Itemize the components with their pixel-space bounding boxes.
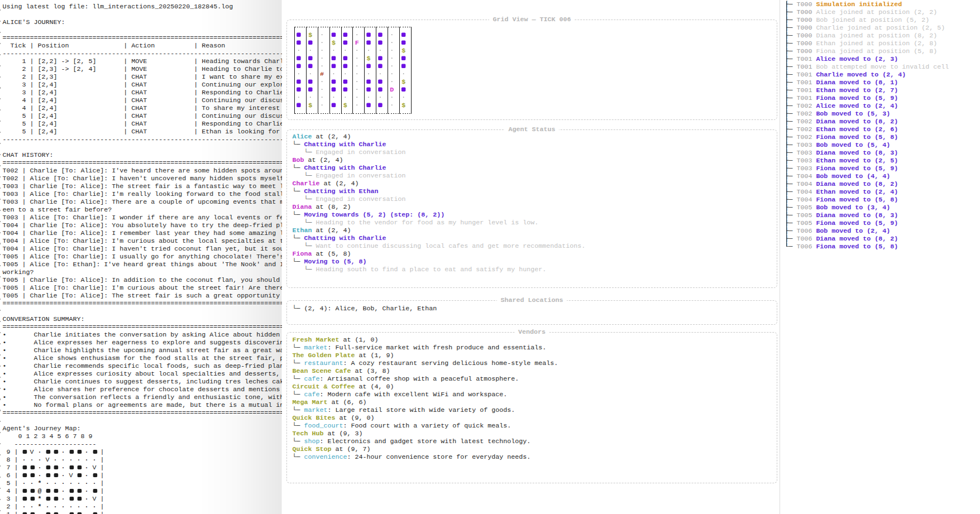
svg-text:$: $ bbox=[401, 102, 405, 109]
svg-text:$: $ bbox=[343, 102, 347, 109]
svg-text:$: $ bbox=[308, 102, 312, 109]
svg-text:$: $ bbox=[401, 47, 405, 55]
svg-text:F: F bbox=[355, 39, 359, 47]
svg-text:$: $ bbox=[367, 55, 371, 63]
svg-text:$: $ bbox=[401, 78, 405, 86]
svg-text:#: # bbox=[320, 70, 324, 78]
svg-text:D: D bbox=[390, 86, 394, 94]
svg-text:$: $ bbox=[308, 31, 312, 39]
svg-text:$: $ bbox=[332, 39, 336, 47]
